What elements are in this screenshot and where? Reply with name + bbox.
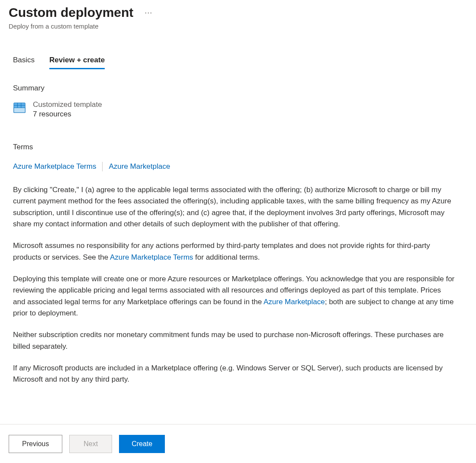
template-icon	[13, 100, 26, 114]
link-azure-marketplace-terms-inline[interactable]: Azure Marketplace Terms	[110, 253, 193, 261]
summary-template-label: Customized template	[33, 100, 102, 109]
link-azure-marketplace[interactable]: Azure Marketplace	[109, 162, 170, 171]
summary-heading: Summary	[9, 84, 464, 93]
summary-resource-count: 7 resources	[33, 110, 102, 119]
terms-heading: Terms	[9, 143, 464, 151]
svg-rect-1	[14, 108, 25, 113]
more-options-button[interactable]: ···	[142, 6, 155, 19]
link-azure-marketplace-terms[interactable]: Azure Marketplace Terms	[13, 162, 96, 171]
previous-button[interactable]: Previous	[9, 435, 62, 453]
tabs: Basics Review + create	[9, 56, 464, 69]
summary-row: Customized template 7 resources	[9, 100, 464, 119]
footer: Previous Next Create	[0, 424, 476, 463]
terms-paragraph-1: By clicking "Create," I (a) agree to the…	[13, 184, 455, 230]
terms-links: Azure Marketplace Terms Azure Marketplac…	[9, 162, 464, 171]
page-subtitle: Deploy from a custom template	[9, 23, 464, 30]
page-title: Custom deployment	[9, 5, 133, 20]
terms-paragraph-2: Microsoft assumes no responsibility for …	[13, 240, 455, 263]
links-divider	[102, 162, 103, 171]
tab-review-create[interactable]: Review + create	[49, 56, 105, 69]
terms-paragraph-4: Neither subscription credits nor monetar…	[13, 329, 455, 352]
tab-basics[interactable]: Basics	[13, 56, 35, 69]
terms-paragraph-3: Deploying this template will create one …	[13, 273, 455, 319]
terms-paragraph-5: If any Microsoft products are included i…	[13, 363, 455, 386]
create-button[interactable]: Create	[119, 435, 165, 453]
terms-body: By clicking "Create," I (a) agree to the…	[9, 184, 464, 386]
next-button[interactable]: Next	[69, 435, 112, 453]
link-azure-marketplace-inline[interactable]: Azure Marketplace	[264, 298, 325, 306]
